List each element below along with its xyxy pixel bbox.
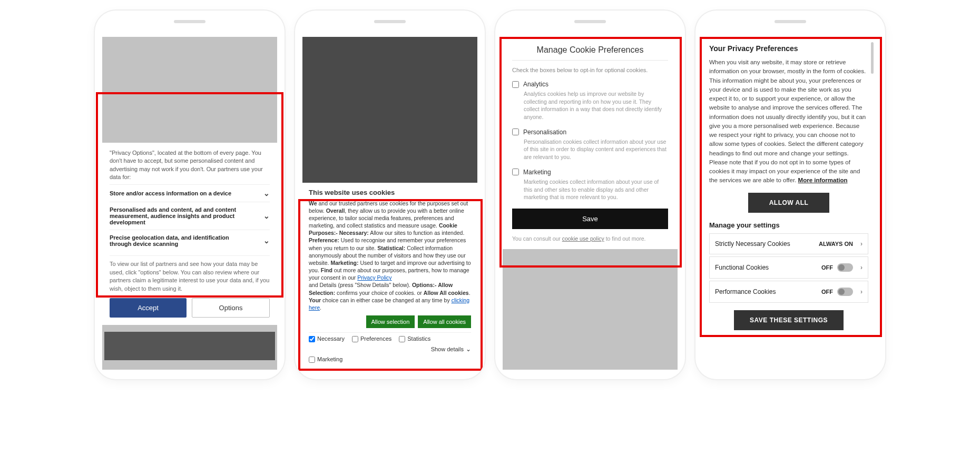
options-button[interactable]: Options <box>192 298 270 318</box>
cookie-option-marketing: Marketing Marketing cookies collect info… <box>512 169 668 201</box>
consent-title: This website uses cookies <box>309 188 471 197</box>
option-label: Marketing <box>523 169 551 176</box>
cookie-preferences-panel: Manage Cookie Preferences Check the boxe… <box>503 37 678 249</box>
analytics-checkbox[interactable] <box>512 81 519 88</box>
phone-speaker <box>374 20 406 23</box>
option-description: Marketing cookies collect information ab… <box>524 178 668 201</box>
allow-all-button[interactable]: ALLOW ALL <box>748 193 830 213</box>
setting-label: Performance Cookies <box>715 288 776 295</box>
setting-row-functional[interactable]: Functional Cookies OFF › <box>709 256 868 279</box>
chevron-down-icon <box>263 212 270 220</box>
cookie-consent-panel: "Privacy Options", located at the bottom… <box>102 143 277 325</box>
option-description: Personalisation cookies collect informat… <box>524 138 668 161</box>
phone-screen: This website uses cookies We and our tru… <box>302 37 477 370</box>
necessary-checkbox[interactable]: Necessary <box>309 335 345 343</box>
phone-mockup-4: Your Privacy Preferences When you visit … <box>695 11 885 379</box>
purpose-label: Precise geolocation data, and identifica… <box>110 234 241 247</box>
phone-mockup-2: This website uses cookies We and our tru… <box>295 11 485 379</box>
save-settings-button[interactable]: SAVE THESE SETTINGS <box>734 310 844 330</box>
setting-state: ALWAYS ON <box>819 241 853 247</box>
chevron-right-icon: › <box>860 240 863 248</box>
page-footer-bar <box>104 332 275 360</box>
purpose-row-geolocation[interactable]: Precise geolocation data, and identifica… <box>110 230 270 251</box>
save-button[interactable]: Save <box>512 209 668 229</box>
privacy-policy-link[interactable]: Privacy Policy <box>357 274 391 281</box>
cookie-policy-link[interactable]: cookie use policy <box>562 235 604 242</box>
purpose-row-store-access[interactable]: Store and/or access information on a dev… <box>110 184 270 202</box>
option-description: Analytics cookies help us improve our we… <box>524 90 668 121</box>
divider <box>512 60 668 61</box>
phone-screen: Manage Cookie Preferences Check the boxe… <box>503 37 678 370</box>
allow-all-cookies-button[interactable]: Allow all cookies <box>418 315 471 328</box>
consent-body-text: We and our trusted partners use cookies … <box>309 200 471 312</box>
marketing-checkbox[interactable]: Marketing <box>309 355 471 363</box>
toggle-switch[interactable] <box>837 288 853 296</box>
chevron-down-icon <box>466 345 471 353</box>
statistics-checkbox[interactable]: Statistics <box>399 335 430 343</box>
phone-screen: Your Privacy Preferences When you visit … <box>703 37 878 370</box>
phone-speaker <box>574 20 606 23</box>
chevron-down-icon <box>263 189 270 197</box>
consent-intro-text: "Privacy Options", located at the bottom… <box>110 149 270 182</box>
show-details-toggle[interactable]: Show details <box>431 345 471 353</box>
preferences-checkbox[interactable]: Preferences <box>352 335 391 343</box>
purpose-row-personalised-ads[interactable]: Personalised ads and content, ad and con… <box>110 202 270 230</box>
cookie-option-analytics: Analytics Analytics cookies help us impr… <box>512 81 668 121</box>
setting-state: OFF <box>821 264 833 271</box>
phone-screen: "Privacy Options", located at the bottom… <box>102 37 277 370</box>
chevron-right-icon: › <box>860 264 863 271</box>
option-label: Personalisation <box>523 128 566 136</box>
privacy-preferences-panel: Your Privacy Preferences When you visit … <box>703 37 875 370</box>
chevron-down-icon <box>263 236 270 245</box>
scrollbar[interactable] <box>871 42 874 74</box>
purpose-label: Store and/or access information on a dev… <box>110 190 231 196</box>
cookie-consent-panel: This website uses cookies We and our tru… <box>302 183 477 370</box>
phone-speaker <box>775 20 806 23</box>
chevron-right-icon: › <box>860 288 863 295</box>
setting-state: OFF <box>821 289 833 295</box>
panel-subtitle: Check the boxes below to opt-in for opti… <box>512 67 668 73</box>
manage-settings-heading: Manage your settings <box>709 221 868 229</box>
footer-text: You can consult our cookie use policy to… <box>512 235 668 242</box>
personalisation-checkbox[interactable] <box>512 128 519 135</box>
accept-button[interactable]: Accept <box>110 298 187 318</box>
panel-title: Manage Cookie Preferences <box>512 45 668 55</box>
setting-row-performance[interactable]: Performance Cookies OFF › <box>709 281 868 303</box>
phone-speaker <box>174 20 205 23</box>
setting-row-strictly-necessary[interactable]: Strictly Necessary Cookies ALWAYS ON › <box>709 233 868 254</box>
setting-label: Strictly Necessary Cookies <box>715 240 790 248</box>
phone-mockup-1: "Privacy Options", located at the bottom… <box>95 11 285 379</box>
setting-label: Functional Cookies <box>715 264 769 271</box>
toggle-switch[interactable] <box>837 263 853 272</box>
consent-footer-text: To view our list of partners and see how… <box>110 255 270 293</box>
allow-selection-button[interactable]: Allow selection <box>366 315 415 328</box>
panel-title: Your Privacy Preferences <box>709 44 868 53</box>
marketing-checkbox[interactable] <box>512 169 519 175</box>
panel-body-text: When you visit any website, it may store… <box>709 58 868 185</box>
more-information-link[interactable]: More information <box>798 177 848 183</box>
cookie-option-personalisation: Personalisation Personalisation cookies … <box>512 128 668 161</box>
option-label: Analytics <box>523 81 548 88</box>
purpose-label: Personalised ads and content, ad and con… <box>110 206 241 225</box>
phone-mockup-3: Manage Cookie Preferences Check the boxe… <box>495 11 685 379</box>
